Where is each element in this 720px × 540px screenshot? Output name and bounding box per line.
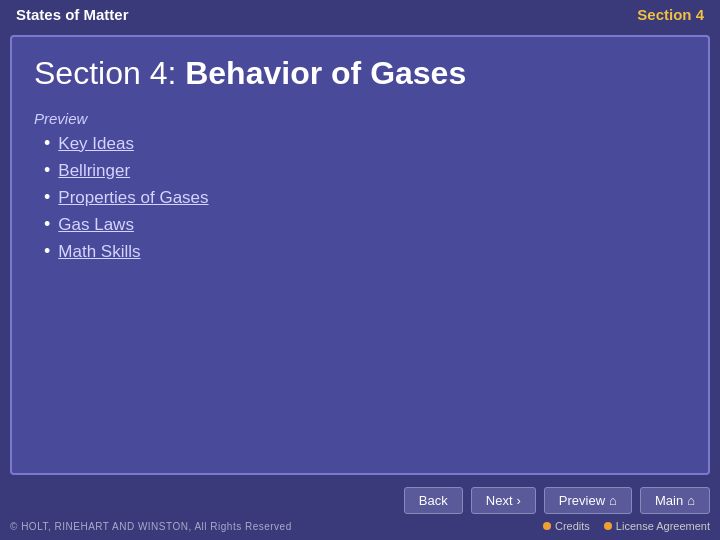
- list-item: • Bellringer: [44, 160, 686, 181]
- license-dot-icon: [604, 522, 612, 530]
- credits-label: Credits: [555, 520, 590, 532]
- bottom-links: Credits License Agreement: [543, 520, 710, 532]
- gas-laws-link[interactable]: Gas Laws: [58, 215, 134, 235]
- preview-list: • Key Ideas • Bellringer • Properties of…: [34, 133, 686, 262]
- section-label: Section 4:: [34, 55, 176, 91]
- bellringer-link[interactable]: Bellringer: [58, 161, 130, 181]
- license-label: License Agreement: [616, 520, 710, 532]
- header-bar: States of Matter Section 4: [0, 0, 720, 29]
- main-content: Section 4: Behavior of Gases Preview • K…: [10, 35, 710, 475]
- math-skills-link[interactable]: Math Skills: [58, 242, 140, 262]
- copyright-text: © HOLT, RINEHART AND WINSTON, All Rights…: [10, 521, 292, 532]
- list-item: • Key Ideas: [44, 133, 686, 154]
- section-heading: Section 4: Behavior of Gases: [34, 55, 686, 92]
- header-left-title: States of Matter: [16, 6, 129, 23]
- list-item: • Properties of Gases: [44, 187, 686, 208]
- credits-link[interactable]: Credits: [543, 520, 590, 532]
- main-icon: ⌂: [687, 493, 695, 508]
- next-chevron-icon: ›: [517, 493, 521, 508]
- next-button[interactable]: Next ›: [471, 487, 536, 514]
- key-ideas-link[interactable]: Key Ideas: [58, 134, 134, 154]
- header-right-title: Section 4: [637, 6, 704, 23]
- nav-bar: Back Next › Preview ⌂ Main ⌂: [0, 481, 720, 516]
- next-label: Next: [486, 493, 513, 508]
- bullet-icon: •: [44, 241, 50, 262]
- bullet-icon: •: [44, 214, 50, 235]
- license-link[interactable]: License Agreement: [604, 520, 710, 532]
- list-item: • Gas Laws: [44, 214, 686, 235]
- section-title: Behavior of Gases: [185, 55, 466, 91]
- bullet-icon: •: [44, 187, 50, 208]
- list-item: • Math Skills: [44, 241, 686, 262]
- credits-dot-icon: [543, 522, 551, 530]
- main-label: Main: [655, 493, 683, 508]
- back-button[interactable]: Back: [404, 487, 463, 514]
- bullet-icon: •: [44, 133, 50, 154]
- main-button[interactable]: Main ⌂: [640, 487, 710, 514]
- preview-icon: ⌂: [609, 493, 617, 508]
- preview-label: Preview: [34, 110, 686, 127]
- preview-button[interactable]: Preview ⌂: [544, 487, 632, 514]
- properties-of-gases-link[interactable]: Properties of Gases: [58, 188, 208, 208]
- bullet-icon: •: [44, 160, 50, 181]
- preview-label: Preview: [559, 493, 605, 508]
- bottom-bar: © HOLT, RINEHART AND WINSTON, All Rights…: [0, 516, 720, 538]
